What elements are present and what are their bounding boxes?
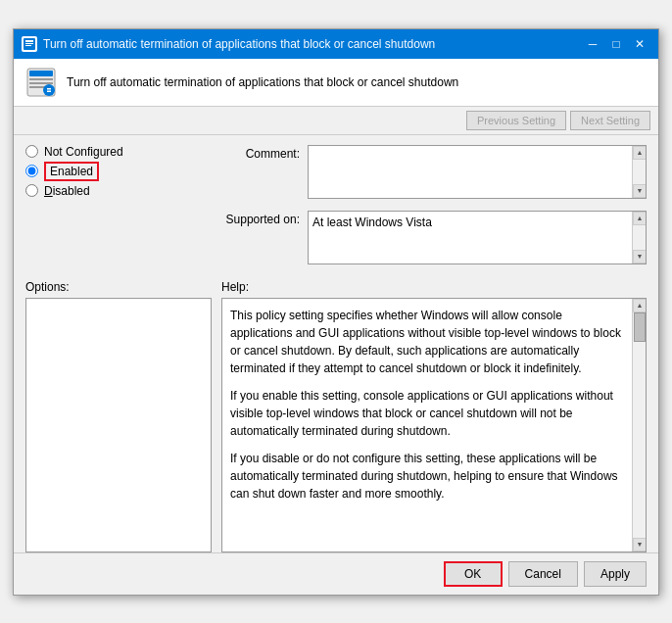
help-scrollbar: ▲ ▼ — [632, 299, 646, 551]
options-box — [25, 298, 212, 552]
help-panel: Help: This policy setting specifies whet… — [221, 280, 647, 552]
supported-scroll-track — [633, 225, 646, 250]
maximize-button[interactable]: □ — [605, 35, 627, 53]
comment-textarea[interactable] — [309, 146, 632, 198]
svg-rect-1 — [25, 40, 33, 42]
help-scroll-down[interactable]: ▼ — [633, 538, 647, 551]
svg-rect-8 — [29, 86, 45, 88]
previous-setting-button[interactable]: Previous Setting — [466, 111, 566, 130]
comment-scrollbar: ▲ ▼ — [632, 146, 646, 198]
toolbar: Previous Setting Next Setting — [14, 107, 658, 135]
not-configured-label: Not Configured — [44, 145, 123, 159]
comment-scroll-track — [633, 160, 646, 184]
main-dialog: Turn off automatic termination of applic… — [13, 28, 659, 596]
cancel-button[interactable]: Cancel — [508, 561, 578, 587]
help-paragraph-2: If you enable this setting, console appl… — [230, 387, 624, 440]
header-title: Turn off automatic termination of applic… — [67, 75, 458, 89]
supported-on-scrollbar: ▲ ▼ — [632, 212, 646, 264]
title-bar-left: Turn off automatic termination of applic… — [22, 36, 435, 52]
comment-scroll-up[interactable]: ▲ — [633, 146, 647, 160]
header-section: Turn off automatic termination of applic… — [14, 59, 658, 107]
disabled-label: Disabled — [44, 184, 90, 198]
supported-on-field: At least Windows Vista ▲ ▼ — [308, 211, 647, 264]
enabled-option[interactable]: Enabled — [25, 165, 212, 178]
left-panel: Not Configured Enabled Disabled — [25, 145, 212, 270]
svg-point-9 — [43, 84, 55, 96]
options-panel: Options: — [25, 280, 212, 552]
radio-group: Not Configured Enabled Disabled — [25, 145, 212, 198]
enabled-box: Enabled — [44, 162, 99, 181]
comment-row: Comment: ▲ ▼ — [221, 145, 647, 199]
bottom-section: Options: Help: This policy setting speci… — [14, 280, 658, 552]
not-configured-option[interactable]: Not Configured — [25, 145, 212, 159]
ok-button[interactable]: OK — [444, 561, 503, 587]
comment-box: ▲ ▼ — [308, 145, 647, 199]
minimize-button[interactable]: ─ — [582, 35, 603, 53]
header-icon — [25, 67, 57, 98]
title-bar: Turn off automatic termination of applic… — [14, 29, 658, 59]
comment-label: Comment: — [221, 147, 300, 161]
next-setting-button[interactable]: Next Setting — [570, 111, 650, 130]
not-configured-radio[interactable] — [25, 145, 38, 158]
help-scroll-up[interactable]: ▲ — [633, 299, 647, 312]
svg-rect-5 — [29, 71, 53, 76]
svg-rect-11 — [47, 90, 51, 92]
disabled-option[interactable]: Disabled — [25, 184, 212, 198]
help-paragraph-3: If you disable or do not configure this … — [230, 450, 624, 503]
supported-on-label: Supported on: — [221, 213, 300, 226]
help-paragraph-1: This policy setting specifies whether Wi… — [230, 307, 624, 377]
supported-scroll-down[interactable]: ▼ — [633, 250, 647, 264]
supported-on-row: Supported on: At least Windows Vista ▲ ▼ — [221, 211, 647, 264]
help-scroll-track — [633, 312, 646, 538]
help-scroll-thumb — [634, 312, 646, 342]
svg-rect-3 — [25, 45, 31, 46]
footer: OK Cancel Apply — [14, 552, 658, 595]
apply-button[interactable]: Apply — [584, 561, 647, 587]
help-label: Help: — [221, 280, 647, 294]
enabled-label: Enabled — [44, 165, 99, 178]
main-content-area: Not Configured Enabled Disabled Comment: — [14, 135, 658, 280]
title-bar-text: Turn off automatic termination of applic… — [43, 37, 435, 51]
disabled-radio[interactable] — [25, 184, 38, 197]
svg-rect-6 — [29, 78, 53, 80]
title-bar-controls: ─ □ ✕ — [582, 35, 650, 53]
supported-on-value: At least Windows Vista — [309, 212, 632, 264]
help-content-wrapper: This policy setting specifies whether Wi… — [221, 298, 647, 552]
dialog-icon — [22, 36, 37, 52]
comment-scroll-down[interactable]: ▼ — [633, 184, 647, 198]
enabled-radio[interactable] — [25, 165, 38, 177]
svg-rect-10 — [47, 88, 51, 90]
supported-scroll-up[interactable]: ▲ — [633, 212, 647, 225]
options-label: Options: — [25, 280, 212, 294]
help-text-area: This policy setting specifies whether Wi… — [222, 299, 632, 551]
right-panel: Comment: ▲ ▼ Supported on: At least Wind… — [221, 145, 647, 270]
svg-rect-2 — [25, 43, 33, 44]
svg-rect-7 — [29, 82, 53, 84]
close-button[interactable]: ✕ — [629, 35, 650, 53]
